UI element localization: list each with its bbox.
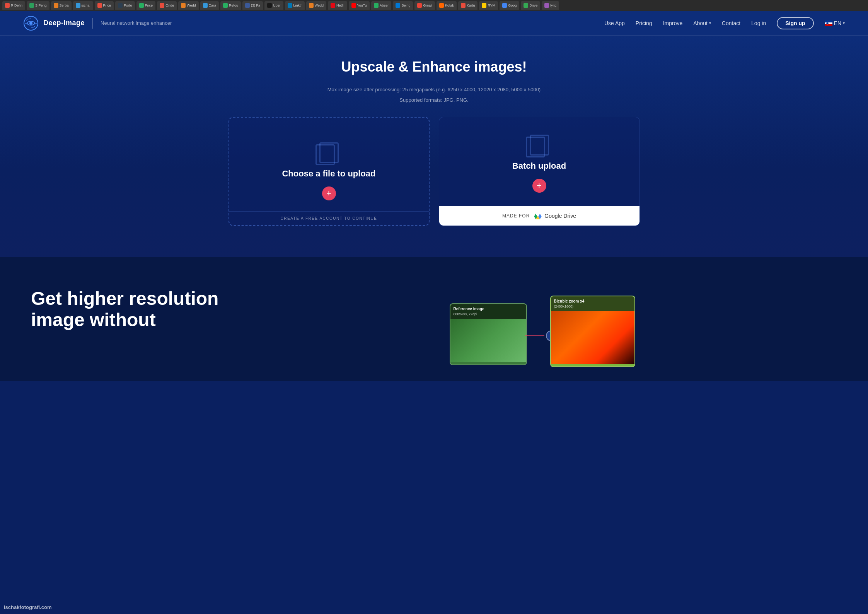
result-image-bg (551, 311, 634, 364)
tab-retou[interactable]: Retou (220, 1, 241, 10)
navbar-nav: Use App Pricing Improve About ▾ Contact … (604, 17, 845, 29)
tab-youtube[interactable]: YouTu (349, 1, 370, 10)
batch-footer-label: MADE FOR (502, 213, 530, 219)
upload-section: Choose a file to upload + CREATE A FREE … (8, 117, 860, 226)
tab-google[interactable]: Goog (500, 1, 519, 10)
hero-subtitle-1: Max image size after processing: 25 mega… (8, 86, 860, 94)
batch-upload-title: Batch upload (512, 161, 566, 171)
tab-ischai[interactable]: ischai (73, 1, 93, 10)
tab-porto[interactable]: Porto (115, 1, 135, 10)
tab-wedd2[interactable]: Wedd (306, 1, 326, 10)
hero-section: Upscale & Enhance images! Max image size… (0, 36, 868, 257)
tab-gmail[interactable]: Gmail (414, 1, 435, 10)
tab-kotak[interactable]: Kotak (437, 1, 457, 10)
brand-tagline: Neural network image enhancer (101, 20, 172, 26)
watermark: ischakfotografi.com (4, 604, 52, 610)
svg-point-9 (826, 22, 829, 24)
chevron-down-icon-lang: ▾ (843, 21, 845, 25)
lower-section: Get higher resolution image without Refe… (0, 257, 868, 381)
lower-title: Get higher resolution image without (31, 288, 224, 330)
navbar: Deep-Image Neural network image enhancer… (0, 11, 868, 36)
svg-rect-8 (825, 24, 832, 26)
tab-linkedin[interactable]: Linktr (285, 1, 305, 10)
brand-divider (92, 18, 93, 29)
single-upload-title: Choose a file to upload (282, 169, 375, 179)
single-upload-card[interactable]: Choose a file to upload + CREATE A FREE … (229, 117, 430, 226)
google-drive-icon (534, 212, 542, 220)
tab-being[interactable]: Being (393, 1, 413, 10)
tab-s-peng[interactable]: S Peng (27, 1, 49, 10)
nav-pricing[interactable]: Pricing (636, 20, 652, 26)
tab-abser[interactable]: Abser (371, 1, 392, 10)
google-drive-badge: Google Drive (534, 212, 576, 220)
brand-name: Deep-Image (43, 19, 85, 27)
result-label: Bicubic zoom x4 (2400x1600) (551, 296, 634, 311)
svg-point-2 (29, 22, 32, 25)
hero-title: Upscale & Enhance images! (8, 59, 860, 75)
reference-label: Reference image 600x400, 72dpi (450, 304, 526, 319)
nav-about[interactable]: About ▾ (693, 20, 711, 26)
reference-image-bg (450, 319, 526, 362)
batch-footer: MADE FOR Google Drive (439, 206, 639, 226)
batch-upload-plus-icon[interactable]: + (532, 179, 546, 193)
lower-visual: Reference image 600x400, 72dpi → Bicubic… (247, 288, 837, 381)
single-upload-plus-icon[interactable]: + (322, 186, 336, 200)
language-selector[interactable]: EN ▾ (825, 20, 845, 26)
pink-line (525, 335, 544, 336)
tab-uber[interactable]: Uber (264, 1, 283, 10)
lower-text: Get higher resolution image without (31, 288, 224, 330)
tab-cara[interactable]: Cara (200, 1, 219, 10)
tab-lyric[interactable]: lyric (542, 1, 559, 10)
nav-improve[interactable]: Improve (663, 20, 683, 26)
nav-contact[interactable]: Contact (722, 20, 740, 26)
google-drive-label: Google Drive (544, 213, 576, 219)
batch-upload-card[interactable]: Batch upload + MADE FOR Google Drive (439, 117, 640, 226)
browser-tab-bar: R Defin S Peng Serba ischai Price Porto … (0, 0, 868, 11)
brand-logo-icon (23, 15, 39, 31)
single-upload-footer: CREATE A FREE ACCOUNT TO CONTINUE (229, 211, 429, 225)
tab-serba[interactable]: Serba (51, 1, 72, 10)
batch-upper: Batch upload + (439, 117, 639, 206)
svg-rect-6 (825, 21, 832, 22)
tab-r-defin[interactable]: R Defin (2, 1, 25, 10)
tab-drive[interactable]: Drive (521, 1, 540, 10)
hero-subtitle-2: Supported formats: JPG, PNG. (8, 96, 860, 104)
tab-wedd1[interactable]: Wedd (178, 1, 198, 10)
tab-facebook[interactable]: (3) Fa (242, 1, 263, 10)
comparison-container: Reference image 600x400, 72dpi → Bicubic… (450, 296, 635, 381)
chevron-down-icon: ▾ (709, 21, 711, 25)
tab-rym[interactable]: RYM (479, 1, 498, 10)
page: Deep-Image Neural network image enhancer… (0, 11, 868, 614)
flag-icon (825, 21, 832, 26)
tab-price2[interactable]: Price (136, 1, 156, 10)
tab-kartu[interactable]: Kartu (458, 1, 478, 10)
result-image-card: Bicubic zoom x4 (2400x1600) (550, 296, 635, 367)
batch-file-icon (526, 135, 553, 158)
login-button[interactable]: Log in (751, 20, 766, 26)
signup-button[interactable]: Sign up (777, 17, 813, 29)
nav-use-app[interactable]: Use App (604, 20, 625, 26)
brand: Deep-Image Neural network image enhancer (23, 15, 172, 31)
tab-netflix[interactable]: Netfli (328, 1, 347, 10)
tab-price1[interactable]: Price (95, 1, 114, 10)
upload-file-icon (315, 142, 343, 166)
tab-onde[interactable]: Onde (157, 1, 177, 10)
reference-image-card: Reference image 600x400, 72dpi (450, 303, 527, 365)
